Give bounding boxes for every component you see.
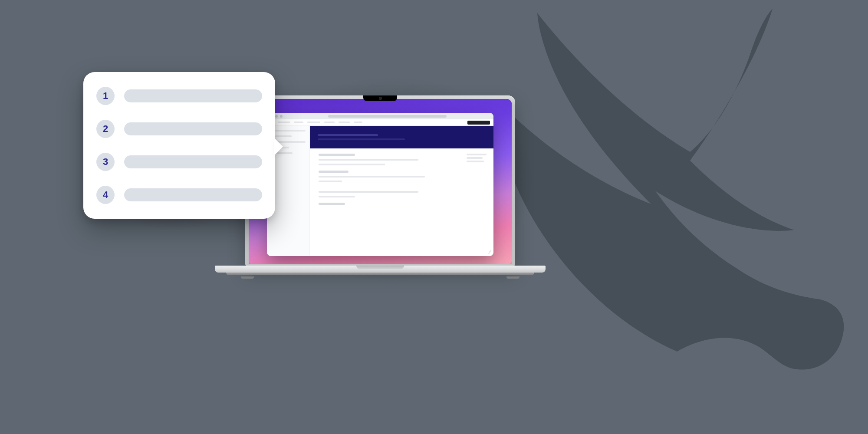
laptop-notch — [363, 95, 397, 101]
nav-item[interactable] — [324, 122, 335, 123]
doc-line-placeholder — [319, 181, 342, 182]
main-panel — [310, 126, 493, 256]
window-toolbar — [267, 119, 493, 126]
doc-line-placeholder — [319, 191, 418, 193]
step-item: 1 — [96, 87, 262, 105]
callout-pointer-icon — [274, 138, 283, 155]
doc-line-placeholder — [319, 196, 355, 197]
illustration-stage: 1 2 3 4 — [0, 0, 868, 434]
step-text-placeholder — [124, 155, 262, 168]
doc-aside — [467, 154, 487, 162]
doc-heading-placeholder — [319, 154, 355, 156]
laptop-lip — [356, 266, 404, 269]
nav-item[interactable] — [354, 122, 362, 123]
address-bar[interactable] — [328, 115, 447, 118]
steps-card: 1 2 3 4 — [83, 72, 275, 219]
doc-heading-placeholder — [319, 203, 345, 205]
app-window — [267, 113, 493, 256]
step-item: 2 — [96, 120, 262, 138]
doc-line-placeholder — [319, 159, 418, 161]
window-content — [267, 126, 493, 256]
nav-item[interactable] — [307, 122, 320, 123]
nav-item[interactable] — [339, 122, 350, 123]
doc-line-placeholder — [319, 176, 425, 178]
window-titlebar — [267, 113, 493, 119]
doc-line-placeholder — [319, 164, 385, 165]
resize-handle-icon[interactable] — [487, 250, 491, 254]
doc-title-placeholder — [318, 134, 378, 136]
doc-hero — [310, 126, 493, 148]
doc-heading-placeholder — [319, 171, 349, 173]
step-item: 4 — [96, 186, 262, 204]
step-text-placeholder — [124, 89, 262, 102]
nav-item[interactable] — [294, 122, 303, 123]
step-number-badge: 2 — [96, 120, 115, 138]
step-text-placeholder — [124, 122, 262, 135]
step-text-placeholder — [124, 188, 262, 201]
doc-body — [310, 148, 493, 256]
doc-subtitle-placeholder — [318, 138, 405, 140]
primary-action-button[interactable] — [467, 121, 490, 125]
step-number-badge: 4 — [96, 186, 115, 204]
step-item: 3 — [96, 153, 262, 171]
step-number-badge: 1 — [96, 87, 115, 105]
step-number-badge: 3 — [96, 153, 115, 171]
